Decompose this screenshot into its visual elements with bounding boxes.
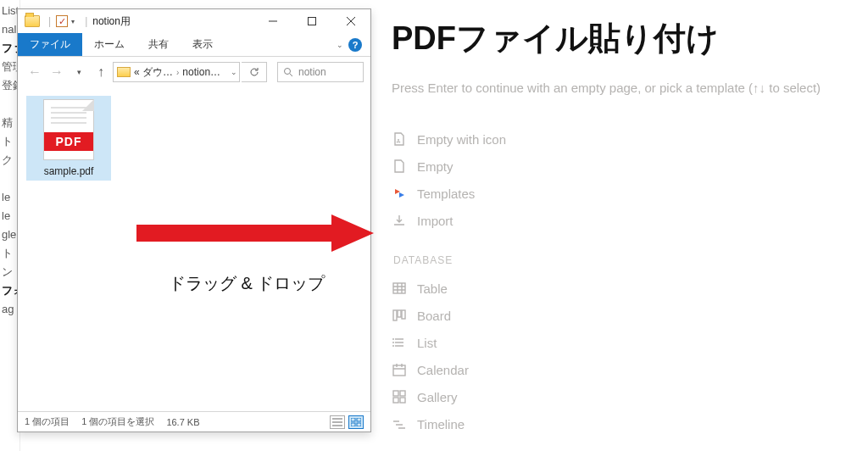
database-heading: DATABASE [393,254,848,266]
list-icon [392,335,407,350]
template-option-empty-with-icon[interactable]: Empty with icon [392,125,848,153]
svg-point-1 [285,69,291,75]
maximize-button[interactable] [292,9,331,33]
empty-icon [392,159,407,174]
view-details-button[interactable] [330,415,345,429]
dragdrop-label: ドラッグ & ドロップ [169,272,325,295]
svg-rect-5 [351,423,355,426]
address-dropdown-icon[interactable]: ⌄ [231,68,237,76]
nav-back-button[interactable]: ← [25,62,45,82]
template-label: Calendar [417,363,469,377]
select-icon: ✓ [56,15,68,27]
svg-rect-8 [393,283,405,293]
template-option-empty[interactable]: Empty [392,153,848,180]
import-icon [392,213,407,228]
folder-icon [117,67,131,77]
page-title[interactable]: PDFファイル貼り付け [392,17,848,60]
explorer-content[interactable]: PDF sample.pdf ドラッグ & ドロップ [18,87,370,411]
status-item-count: 1 個の項目 [25,415,70,428]
svg-rect-9 [393,310,397,320]
template-label: Board [417,309,451,323]
tab-view[interactable]: 表示 [181,33,225,56]
template-option-timeline[interactable]: Timeline [392,410,848,437]
status-selection: 1 個の項目を選択 [81,415,154,428]
close-button[interactable] [331,9,370,33]
drag-arrow-icon [136,214,374,252]
view-icons-button[interactable] [348,415,364,429]
svg-rect-4 [357,418,361,421]
refresh-button[interactable] [242,62,267,82]
template-option-templates[interactable]: Templates [392,180,848,207]
template-option-gallery[interactable]: Gallery [392,383,848,410]
timeline-icon [392,416,407,432]
breadcrumb: « ダウ… [134,65,173,80]
explorer-ribbon: ファイル ホーム 共有 表示 ⌄ ? [18,33,370,57]
template-label: Gallery [417,390,458,404]
svg-rect-3 [351,418,355,421]
templates-icon [392,186,407,201]
svg-rect-16 [393,391,398,396]
ribbon-help: ⌄ ? [337,33,370,56]
template-label: Templates [417,187,475,201]
explorer-titlebar: | ✓ ▾ | notion用 [18,9,370,33]
svg-rect-18 [393,398,398,403]
gallery-icon [392,389,407,404]
template-option-calendar[interactable]: Calendar [392,356,848,383]
breadcrumb: notion… [182,66,220,78]
template-label: Empty [417,159,453,174]
svg-point-7 [398,139,399,141]
qat-dropdown-icon[interactable]: ▾ [71,18,75,25]
table-icon [392,281,407,296]
search-placeholder: notion [298,66,326,78]
template-option-list[interactable]: List [392,329,848,356]
template-option-table[interactable]: Table [392,275,848,302]
svg-rect-15 [393,365,405,376]
explorer-statusbar: 1 個の項目 1 個の項目を選択 16.7 KB [18,411,370,432]
svg-point-12 [392,338,394,340]
explorer-navbar: ← → ▾ ↑ « ダウ… › notion… ⌄ notion [18,57,370,87]
tab-share[interactable]: 共有 [136,33,181,56]
svg-rect-19 [400,398,405,403]
nav-forward-button[interactable]: → [47,62,67,82]
file-item-sample-pdf[interactable]: PDF sample.pdf [26,96,111,181]
svg-marker-2 [136,214,374,252]
file-explorer-window: | ✓ ▾ | notion用 ファイル ホーム 共有 表示 ⌄ ? ← → ▾ [17,8,371,432]
calendar-icon [392,362,407,377]
template-label: Table [417,281,448,296]
svg-point-13 [392,342,394,343]
svg-rect-17 [400,391,405,396]
template-list: Empty with iconEmptyTemplatesImport [392,125,848,234]
template-label: List [417,336,437,350]
template-label: Import [417,214,453,228]
template-label: Timeline [417,417,465,432]
svg-rect-10 [398,310,401,317]
svg-point-14 [392,345,394,347]
template-label: Empty with icon [417,132,506,147]
tab-file[interactable]: ファイル [18,33,82,56]
nav-up-button[interactable]: ↑ [91,62,111,82]
minimize-button[interactable] [253,9,292,33]
file-name: sample.pdf [30,165,108,177]
pdf-file-icon: PDF [43,99,94,160]
nav-history-button[interactable]: ▾ [69,62,89,82]
database-list: TableBoardListCalendarGalleryTimeline [392,275,848,437]
search-input[interactable]: notion [277,62,364,82]
template-option-board[interactable]: Board [392,302,848,329]
notion-page: PDFファイル貼り付け Press Enter to continue with… [392,17,848,451]
board-icon [392,308,407,323]
status-size: 16.7 KB [166,417,199,427]
help-icon[interactable]: ? [348,38,362,52]
ribbon-expand-icon[interactable]: ⌄ [337,41,343,49]
template-option-import[interactable]: Import [392,207,848,234]
page-hint: Press Enter to continue with an empty pa… [392,81,848,95]
search-icon [283,67,293,77]
svg-rect-6 [357,423,361,426]
folder-icon [25,15,40,27]
empty-with-icon-icon [392,131,407,147]
chevron-right-icon: › [176,68,179,77]
window-title: notion用 [92,14,131,29]
tab-home[interactable]: ホーム [82,33,136,56]
address-bar[interactable]: « ダウ… › notion… ⌄ [113,62,240,82]
svg-rect-11 [402,310,405,319]
svg-rect-0 [309,18,316,25]
